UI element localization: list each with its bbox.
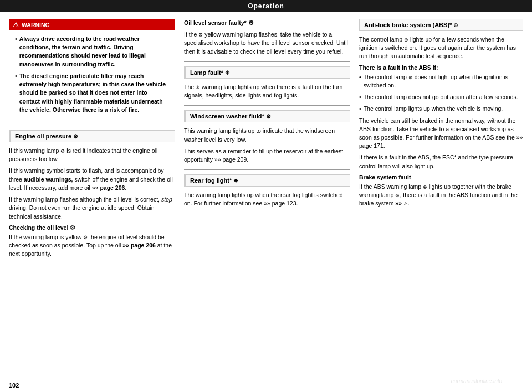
oil-sensor-icon: ⚙ [248,19,254,26]
engine-oil-check-heading: Checking the oil level ⚙ [9,224,175,231]
lamp-fault-section: Lamp fault* ✳ The ✳ warning lamp lights … [184,66,350,100]
abs-p1: The control lamp ⊕ lights up for a few s… [359,35,523,61]
page-container: Operation ⚠ WARNING Always drive accordi… [0,0,532,392]
windscreen-p1: This warning lamp lights up to indicate … [184,127,350,143]
abs-fault-1-text: The control lamp ⊕ does not light up whe… [364,73,523,90]
engine-oil-p1: If this warning lamp ⚙ is red it indicat… [9,147,175,163]
abs-fault-2-text: The control lamp does not go out again a… [364,93,518,101]
warning-box: ⚠ WARNING Always drive according to the … [9,19,175,122]
warning-bullet-1-strong: Always drive according to the road weath… [19,35,146,68]
abs-section: Anti-lock brake system (ABS)* ⊕ The cont… [359,19,523,208]
abs-fault-2: The control lamp does not go out again a… [359,93,523,101]
abs-icon: ⊕ [453,22,458,28]
rear-fog-p1: The warning lamp lights up when the rear… [184,191,350,208]
warning-title: ⚠ WARNING [9,19,175,30]
oil-sensor-header: Oil level sensor faulty* ⚙ [184,19,350,27]
warning-bullet-1-text: Always drive according to the road weath… [19,35,169,69]
warning-bullet-2-text: The diesel engine particulate filter may… [19,72,169,114]
warning-bullet-2-strong: The diesel engine particulate filter may… [19,73,166,113]
divider-1 [184,61,350,62]
rear-fog-header: Rear fog light* ❖ [184,174,350,187]
warning-bullet-1: Always drive according to the road weath… [15,35,169,69]
column-middle: Oil level sensor faulty* ⚙ If the ⚙ yell… [184,19,350,369]
engine-oil-icon: ⚙ [73,133,78,140]
engine-oil-p3: If the warning lamp flashes although the… [9,195,175,221]
divider-3 [184,169,350,170]
abs-fault-1: The control lamp ⊕ does not light up whe… [359,73,523,90]
oil-sensor-section: Oil level sensor faulty* ⚙ If the ⚙ yell… [184,19,350,56]
rear-fog-icon: ❖ [233,178,238,184]
abs-fault-3: The control lamp lights up when the vehi… [359,105,523,113]
oil-sensor-p1: If the ⚙ yellow warning lamp flashes, ta… [184,30,350,56]
lamp-fault-header: Lamp fault* ✳ [184,66,350,79]
engine-oil-section: Engine oil pressure ⚙ If this warning la… [9,130,175,258]
windscreen-section: Windscreen washer fluid* ⚙ This warning … [184,110,350,164]
warning-triangle-icon: ⚠ [13,21,19,29]
brake-fault-heading: Brake system fault [359,174,523,180]
windscreen-header: Windscreen washer fluid* ⚙ [184,110,350,122]
content-area: ⚠ WARNING Always drive according to the … [0,12,532,375]
lamp-fault-icon: ✳ [225,70,229,76]
header-title: Operation [248,2,284,10]
abs-fault-3-text: The control lamp lights up when the vehi… [364,105,503,113]
divider-2 [184,105,350,106]
abs-p3: If there is a fault in the ABS, the ESC*… [359,153,523,170]
abs-header: Anti-lock brake system (ABS)* ⊕ [359,19,523,31]
engine-oil-header: Engine oil pressure ⚙ [9,130,175,142]
warning-bullet-2: The diesel engine particulate filter may… [15,72,169,114]
column-left: ⚠ WARNING Always drive according to the … [9,19,175,369]
check-oil-icon: ⚙ [70,224,75,231]
page-header: Operation [0,0,532,12]
windscreen-icon: ⚙ [266,114,271,120]
watermark: carmanualonline.info [421,370,532,392]
brake-fault-p: If the ABS warning lamp ⊕ lights up toge… [359,183,523,208]
column-right: Anti-lock brake system (ABS)* ⊕ The cont… [359,19,523,369]
abs-fault-heading: There is a fault in the ABS if: [359,64,523,71]
lamp-fault-p1: The ✳ warning lamp lights up when there … [184,83,350,100]
engine-oil-p2: If this warning symbol starts to flash, … [9,167,175,192]
windscreen-p2: This serves as a reminder to fill up the… [184,147,350,164]
engine-oil-check-p: If the warning lamp is yellow ⚙ the engi… [9,233,175,259]
abs-p2: The vehicle can still be braked in the n… [359,117,523,151]
rear-fog-section: Rear fog light* ❖ The warning lamp light… [184,174,350,208]
page-number: 102 [9,382,19,389]
